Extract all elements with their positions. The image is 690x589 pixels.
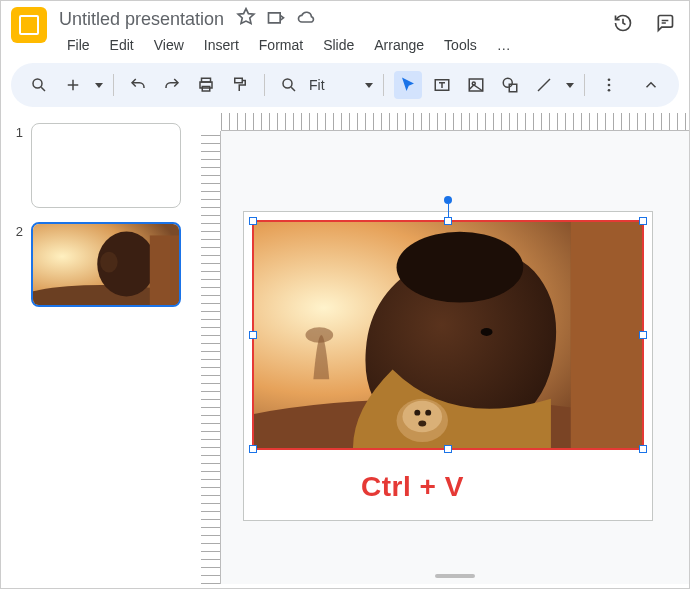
shape-tool[interactable]	[496, 71, 524, 99]
svg-point-17	[100, 252, 118, 273]
svg-rect-23	[571, 222, 642, 448]
menu-slide[interactable]: Slide	[315, 33, 362, 57]
svg-point-5	[283, 79, 292, 88]
menu-arrange[interactable]: Arrange	[366, 33, 432, 57]
slides-app-icon[interactable]	[11, 7, 47, 43]
resize-handle-bl[interactable]	[249, 445, 257, 453]
svg-point-30	[418, 420, 426, 426]
slide-thumbnails-panel: 1 2	[1, 113, 201, 584]
svg-point-24	[397, 232, 524, 303]
resize-handle-tm[interactable]	[444, 217, 452, 225]
image-tool[interactable]	[462, 71, 490, 99]
svg-point-21	[305, 327, 333, 343]
zoom-select[interactable]: Fit	[309, 77, 373, 93]
thumb-number: 1	[9, 123, 23, 140]
menu-edit[interactable]: Edit	[102, 33, 142, 57]
textbox-tool[interactable]	[428, 71, 456, 99]
thumb-image	[33, 224, 179, 305]
speaker-notes-handle[interactable]	[435, 574, 475, 578]
collapse-toolbar-icon[interactable]	[637, 71, 665, 99]
star-icon[interactable]	[236, 7, 256, 31]
svg-point-12	[607, 84, 610, 87]
new-slide-button[interactable]	[59, 71, 87, 99]
zoom-icon[interactable]	[275, 71, 303, 99]
new-slide-dropdown-icon[interactable]	[95, 83, 103, 88]
line-tool[interactable]	[530, 71, 558, 99]
svg-point-13	[607, 89, 610, 92]
svg-point-25	[481, 328, 493, 336]
ruler-horizontal	[221, 113, 689, 131]
menu-tools[interactable]: Tools	[436, 33, 485, 57]
toolbar: Fit	[11, 63, 679, 107]
svg-point-28	[414, 410, 420, 416]
svg-point-11	[607, 78, 610, 81]
line-dropdown-icon[interactable]	[566, 83, 574, 88]
resize-handle-tl[interactable]	[249, 217, 257, 225]
svg-point-29	[425, 410, 431, 416]
svg-point-27	[402, 401, 442, 432]
comments-icon[interactable]	[655, 13, 675, 37]
chevron-down-icon	[365, 83, 373, 88]
selected-image[interactable]	[252, 220, 644, 450]
ruler-vertical	[201, 131, 221, 584]
svg-rect-10	[509, 84, 517, 92]
menu-view[interactable]: View	[146, 33, 192, 57]
slide-canvas[interactable]: Ctrl + V	[221, 131, 689, 584]
menu-format[interactable]: Format	[251, 33, 311, 57]
more-tools-icon[interactable]	[595, 71, 623, 99]
slide-thumbnail-2[interactable]	[31, 222, 181, 307]
rotation-handle[interactable]	[444, 196, 452, 204]
cloud-status-icon[interactable]	[296, 7, 316, 31]
menu-bar: File Edit View Insert Format Slide Arran…	[59, 33, 613, 57]
search-icon[interactable]	[25, 71, 53, 99]
menu-insert[interactable]: Insert	[196, 33, 247, 57]
resize-handle-tr[interactable]	[639, 217, 647, 225]
svg-point-0	[33, 79, 42, 88]
resize-handle-mr[interactable]	[639, 331, 647, 339]
thumb-number: 2	[9, 222, 23, 239]
menu-file[interactable]: File	[59, 33, 98, 57]
slide-thumbnail-1[interactable]	[31, 123, 181, 208]
resize-handle-ml[interactable]	[249, 331, 257, 339]
annotation-shortcut: Ctrl + V	[361, 471, 464, 503]
resize-handle-bm[interactable]	[444, 445, 452, 453]
history-icon[interactable]	[613, 13, 633, 37]
resize-handle-br[interactable]	[639, 445, 647, 453]
svg-point-9	[503, 78, 512, 87]
select-tool[interactable]	[394, 71, 422, 99]
menu-more[interactable]: …	[489, 33, 519, 57]
svg-rect-4	[235, 78, 243, 83]
doc-title[interactable]: Untitled presentation	[59, 9, 224, 30]
move-icon[interactable]	[266, 7, 286, 31]
pasted-image	[254, 222, 642, 448]
undo-button[interactable]	[124, 71, 152, 99]
print-button[interactable]	[192, 71, 220, 99]
redo-button[interactable]	[158, 71, 186, 99]
paint-format-button[interactable]	[226, 71, 254, 99]
svg-rect-18	[150, 235, 179, 305]
